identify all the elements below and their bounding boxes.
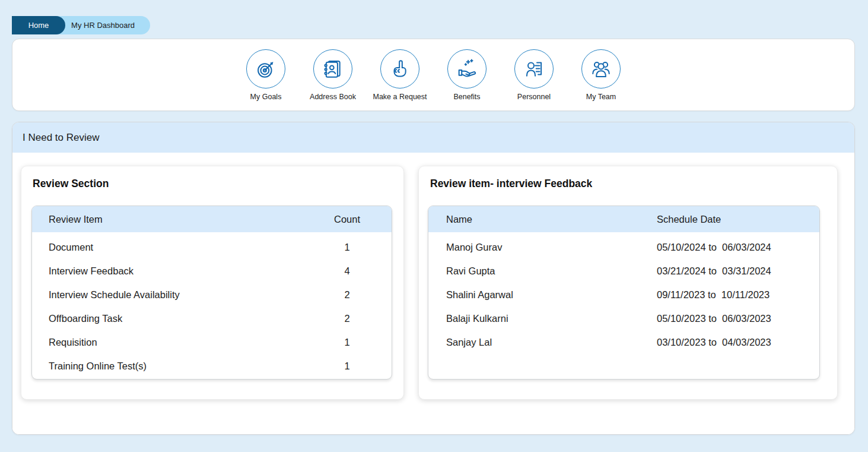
review-section-table: Review Item Count Document 1 Interview F…	[31, 206, 392, 380]
review-item-cell: Offboarding Task	[49, 313, 309, 324]
raised-hand-icon	[380, 49, 419, 88]
toolbar-item-label: My Team	[586, 93, 616, 101]
name-cell: Ravi Gupta	[446, 265, 657, 277]
giving-hand-sparkles-icon	[447, 49, 487, 88]
hr-dashboard-page: { "colors": { "page_bg": "#deedf8", "tab…	[0, 0, 868, 452]
count-cell: 2	[309, 313, 392, 324]
schedule-date-cell: 03/10/2023 to 04/03/2023	[657, 337, 819, 348]
review-item-cell: Document	[49, 242, 309, 253]
panel-header[interactable]: I Need to Review	[12, 122, 854, 153]
count-cell: 1	[309, 361, 392, 372]
schedule-date-cell: 09/11/2023 to 10/11/2023	[657, 289, 819, 301]
review-section-card: Review Section Review Item Count Documen…	[21, 166, 404, 400]
panel-title: I Need to Review	[23, 132, 99, 144]
table-row[interactable]: Ravi Gupta 03/21/2024 to 03/31/2024	[428, 259, 819, 283]
toolbar-item-my-team[interactable]: My Team	[574, 49, 628, 101]
toolbar-item-personnel[interactable]: Personnel	[507, 49, 561, 101]
person-document-icon	[514, 49, 554, 88]
count-cell: 1	[309, 242, 392, 253]
column-header-name: Name	[446, 214, 657, 225]
column-header-review-item: Review Item	[49, 214, 309, 225]
table-row[interactable]: Offboarding Task 2	[32, 306, 392, 330]
name-cell: Shalini Agarwal	[446, 289, 657, 301]
review-item-cell: Interview Schedule Availability	[49, 289, 309, 301]
schedule-date-cell: 05/10/2024 to 06/03/2024	[657, 242, 819, 253]
table-row[interactable]: Training Online Test(s) 1	[32, 354, 392, 378]
table-row[interactable]: Shalini Agarwal 09/11/2023 to 10/11/2023	[428, 283, 819, 306]
table-row[interactable]: Document 1	[32, 235, 392, 259]
toolbar-item-label: Make a Request	[373, 93, 427, 101]
table-row[interactable]: Interview Schedule Availability 2	[32, 283, 392, 306]
toolbar-item-make-a-request[interactable]: Make a Request	[373, 49, 427, 101]
count-cell: 2	[309, 289, 392, 301]
table-row[interactable]: Requisition 1	[32, 330, 392, 354]
toolbar-item-benefits[interactable]: Benefits	[440, 49, 494, 101]
table-rows: Manoj Gurav 05/10/2024 to 06/03/2024 Rav…	[428, 232, 819, 354]
address-book-icon	[313, 49, 352, 88]
count-cell: 4	[309, 265, 392, 277]
toolbar-item-address-book[interactable]: Address Book	[306, 49, 360, 101]
table-row[interactable]: Sanjay Lal 03/10/2023 to 04/03/2023	[428, 330, 819, 354]
table-row[interactable]: Interview Feedback 4	[32, 259, 392, 283]
target-goals-icon	[246, 49, 285, 88]
tab-label: Home	[28, 21, 49, 30]
tab-label: My HR Dashboard	[71, 21, 135, 30]
name-cell: Manoj Gurav	[446, 242, 657, 253]
schedule-date-cell: 03/21/2024 to 03/31/2024	[657, 265, 819, 277]
toolbar-item-label: My Goals	[250, 93, 282, 101]
i-need-to-review-panel: I Need to Review Review Section Review I…	[12, 122, 855, 435]
quick-links-toolbar: My Goals Address Book Make a Re	[12, 39, 855, 111]
schedule-date-cell: 05/10/2023 to 06/03/2023	[657, 313, 819, 324]
toolbar-item-my-goals[interactable]: My Goals	[239, 49, 293, 101]
table-rows: Document 1 Interview Feedback 4 Intervie…	[32, 232, 392, 378]
card-title: Review Section	[33, 178, 109, 190]
card-title: Review item- interview Feedback	[430, 178, 592, 190]
table-header: Name Schedule Date	[428, 206, 819, 232]
table-header: Review Item Count	[32, 206, 392, 232]
name-cell: Sanjay Lal	[446, 337, 657, 348]
review-item-cell: Interview Feedback	[49, 265, 309, 277]
toolbar-item-label: Benefits	[453, 93, 480, 101]
panel-body: Review Section Review Item Count Documen…	[12, 153, 854, 435]
column-header-schedule-date: Schedule Date	[657, 214, 819, 225]
review-item-cell: Training Online Test(s)	[49, 361, 309, 372]
review-item-cell: Requisition	[49, 337, 309, 348]
toolbar-item-label: Address Book	[310, 93, 356, 101]
breadcrumb: My HR Dashboard Home	[12, 16, 202, 34]
table-row[interactable]: Balaji Kulkarni 05/10/2023 to 06/03/2023	[428, 306, 819, 330]
tab-home[interactable]: Home	[12, 16, 65, 34]
name-cell: Balaji Kulkarni	[446, 313, 657, 324]
people-group-icon	[581, 49, 621, 88]
toolbar-item-label: Personnel	[517, 93, 551, 101]
count-cell: 1	[309, 337, 392, 348]
table-row[interactable]: Manoj Gurav 05/10/2024 to 06/03/2024	[428, 235, 819, 259]
column-header-count: Count	[309, 214, 392, 225]
interview-feedback-card: Review item- interview Feedback Name Sch…	[418, 166, 838, 400]
interview-feedback-table: Name Schedule Date Manoj Gurav 05/10/202…	[428, 206, 820, 380]
